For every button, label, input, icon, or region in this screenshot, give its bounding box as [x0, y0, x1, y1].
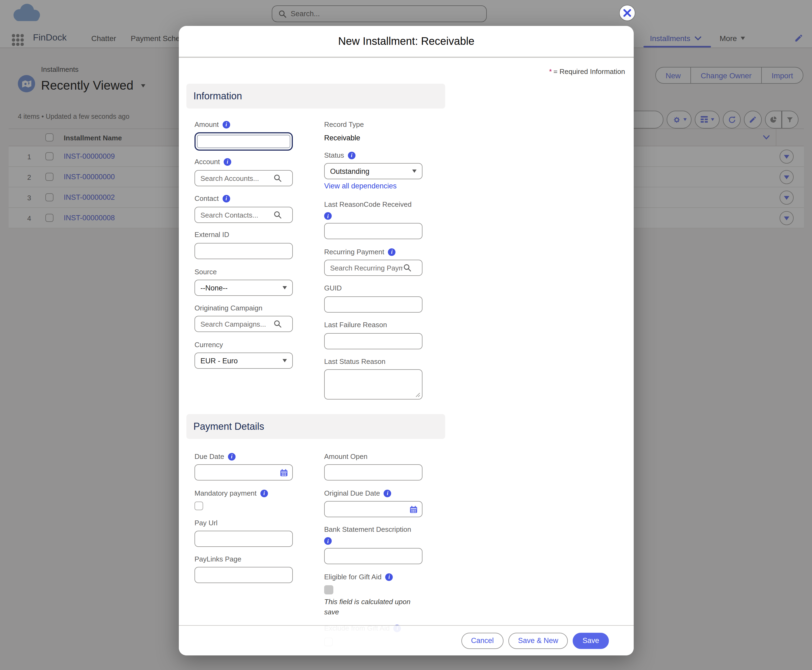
select-dropdown-icon: [412, 169, 417, 173]
info-icon[interactable]: i: [388, 248, 396, 255]
view-all-dependencies-link[interactable]: View all dependencies: [324, 182, 397, 190]
last-failure-reason-input[interactable]: [324, 333, 422, 349]
section-information-title: Information: [193, 90, 242, 102]
pay-url-label-text: Pay Url: [195, 519, 217, 527]
pay-url-label: Pay Url: [195, 519, 217, 527]
contact-lookup-input[interactable]: [195, 211, 274, 219]
source-select[interactable]: --None--: [195, 280, 293, 296]
mandatory-payment-checkbox[interactable]: [195, 502, 203, 510]
account-label-text: Account: [195, 157, 220, 166]
bank-statement-description-input[interactable]: [324, 548, 422, 564]
due-date-input[interactable]: [200, 468, 276, 476]
recurring-payment-lookup-input[interactable]: [325, 264, 403, 272]
contact-label-text: Contact: [195, 195, 219, 203]
originating-campaign-lookup[interactable]: [195, 316, 293, 332]
info-icon[interactable]: i: [385, 573, 393, 580]
original-due-date-label: Original Due Datei: [324, 489, 392, 497]
record-type-label: Record Type: [324, 120, 364, 129]
account-lookup-input[interactable]: [195, 174, 274, 182]
amount-open-label-text: Amount Open: [324, 452, 367, 460]
campaign-lookup-input[interactable]: [195, 320, 274, 328]
info-icon[interactable]: i: [384, 489, 392, 497]
info-icon[interactable]: i: [224, 158, 231, 166]
amount-input[interactable]: [195, 132, 293, 151]
account-lookup[interactable]: [195, 170, 293, 186]
status-label: Statusi: [324, 151, 356, 159]
record-type-label-text: Record Type: [324, 120, 364, 129]
source-value: --None--: [200, 284, 228, 292]
paylinks-page-label-text: PayLinks Page: [195, 555, 241, 563]
search-icon: [274, 174, 281, 182]
last-reasoncode-input[interactable]: [324, 223, 422, 239]
info-icon[interactable]: i: [324, 537, 332, 545]
contact-lookup[interactable]: [195, 207, 293, 223]
eligible-gift-aid-label: Eligible for Gift Aidi: [324, 573, 393, 581]
info-icon[interactable]: i: [260, 489, 268, 497]
recurring-payment-label-text: Recurring Payment: [324, 248, 385, 256]
new-installment-modal: New Installment: Receivable *= Required …: [179, 26, 634, 655]
section-payment-details: Payment Details: [186, 414, 445, 439]
last-status-reason-label-text: Last Status Reason: [324, 357, 385, 365]
amount-open-input[interactable]: [324, 464, 422, 481]
cancel-button[interactable]: Cancel: [461, 633, 503, 649]
select-dropdown-icon: [283, 286, 287, 289]
last-failure-reason-label-text: Last Failure Reason: [324, 321, 387, 329]
screen: ★ ?: [0, 0, 812, 670]
mandatory-payment-label-text: Mandatory payment: [195, 489, 257, 497]
eligible-gift-aid-label-text: Eligible for Gift Aid: [324, 573, 381, 581]
paylinks-page-label: PayLinks Page: [195, 555, 241, 563]
pay-url-input[interactable]: [195, 531, 293, 547]
search-icon: [274, 320, 281, 328]
originating-campaign-label: Originating Campaign: [195, 304, 262, 312]
viewport: ★ ?: [0, 0, 812, 670]
last-status-reason-textarea[interactable]: [324, 369, 422, 399]
amount-label-text: Amount: [195, 120, 219, 129]
paylinks-page-input[interactable]: [195, 567, 293, 583]
contact-label: Contacti: [195, 195, 230, 203]
calculated-note-line2: save: [324, 608, 339, 616]
status-value: Outstanding: [330, 167, 370, 175]
record-type-value: Receivable: [324, 134, 360, 142]
required-text: = Required Information: [553, 68, 625, 76]
original-due-date-field[interactable]: [324, 501, 422, 517]
original-due-date-label-text: Original Due Date: [324, 489, 380, 497]
modal-title: New Installment: Receivable: [338, 35, 475, 47]
bank-statement-description-label-text: Bank Statement Description: [324, 525, 411, 533]
recurring-payment-lookup[interactable]: [324, 260, 422, 276]
originating-campaign-label-text: Originating Campaign: [195, 304, 262, 312]
original-due-date-input[interactable]: [330, 505, 406, 513]
info-icon[interactable]: i: [228, 453, 236, 460]
info-icon[interactable]: i: [222, 195, 230, 202]
section-information: Information: [186, 84, 445, 108]
modal-footer: Cancel Save & New Save: [179, 625, 634, 655]
currency-value: EUR - Euro: [200, 357, 238, 365]
info-icon[interactable]: i: [324, 212, 332, 220]
bank-statement-description-label: Bank Statement Description: [324, 525, 411, 533]
guid-label: GUID: [324, 284, 342, 292]
info-icon[interactable]: i: [222, 121, 230, 128]
mandatory-payment-label: Mandatory paymenti: [195, 489, 268, 497]
last-reasoncode-label-text: Last ReasonCode Received: [324, 200, 412, 208]
info-icon[interactable]: i: [348, 151, 356, 159]
save-and-new-button[interactable]: Save & New: [509, 633, 568, 649]
section-payment-title: Payment Details: [193, 421, 264, 432]
calendar-icon[interactable]: [410, 505, 418, 513]
eligible-gift-aid-checkbox-disabled: [324, 585, 333, 594]
save-button[interactable]: Save: [573, 633, 609, 649]
due-date-field[interactable]: [195, 464, 293, 481]
external-id-input[interactable]: [195, 243, 293, 259]
close-x-icon: [623, 8, 632, 17]
last-status-reason-label: Last Status Reason: [324, 357, 385, 365]
account-label: Accounti: [195, 157, 231, 166]
status-select[interactable]: Outstanding: [324, 163, 422, 179]
status-label-text: Status: [324, 151, 344, 159]
recurring-payment-label: Recurring Paymenti: [324, 248, 396, 256]
required-asterisk: *: [549, 68, 552, 76]
guid-input[interactable]: [324, 296, 422, 313]
due-date-label: Due Datei: [195, 452, 236, 460]
required-info-note: *= Required Information: [549, 68, 625, 76]
calculated-note-line1: This field is calculated upon: [324, 598, 410, 606]
modal-close-button[interactable]: [619, 5, 635, 21]
currency-select[interactable]: EUR - Euro: [195, 352, 293, 369]
calendar-icon[interactable]: [280, 469, 288, 477]
